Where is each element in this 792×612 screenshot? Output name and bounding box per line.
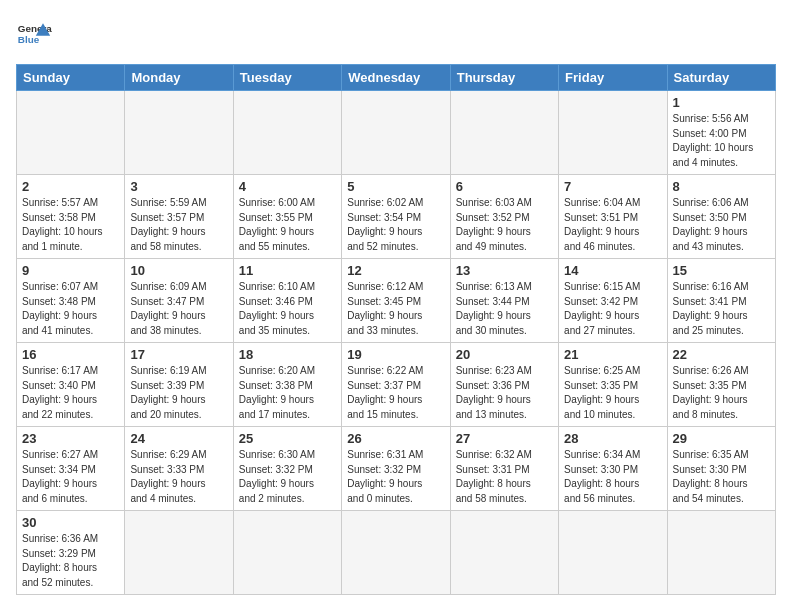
calendar-day-cell xyxy=(17,91,125,175)
calendar-day-cell: 22Sunrise: 6:26 AM Sunset: 3:35 PM Dayli… xyxy=(667,343,775,427)
calendar-day-cell: 6Sunrise: 6:03 AM Sunset: 3:52 PM Daylig… xyxy=(450,175,558,259)
day-number: 18 xyxy=(239,347,336,362)
day-number: 8 xyxy=(673,179,770,194)
day-of-week-header: Sunday xyxy=(17,65,125,91)
day-info: Sunrise: 6:12 AM Sunset: 3:45 PM Dayligh… xyxy=(347,280,444,338)
day-of-week-header: Friday xyxy=(559,65,667,91)
calendar-day-cell: 11Sunrise: 6:10 AM Sunset: 3:46 PM Dayli… xyxy=(233,259,341,343)
calendar-day-cell: 24Sunrise: 6:29 AM Sunset: 3:33 PM Dayli… xyxy=(125,427,233,511)
day-info: Sunrise: 6:19 AM Sunset: 3:39 PM Dayligh… xyxy=(130,364,227,422)
day-info: Sunrise: 6:07 AM Sunset: 3:48 PM Dayligh… xyxy=(22,280,119,338)
calendar-day-cell: 5Sunrise: 6:02 AM Sunset: 3:54 PM Daylig… xyxy=(342,175,450,259)
day-info: Sunrise: 5:59 AM Sunset: 3:57 PM Dayligh… xyxy=(130,196,227,254)
day-number: 13 xyxy=(456,263,553,278)
day-number: 1 xyxy=(673,95,770,110)
calendar-day-cell xyxy=(667,511,775,595)
day-number: 28 xyxy=(564,431,661,446)
calendar-day-cell xyxy=(450,511,558,595)
day-of-week-header: Saturday xyxy=(667,65,775,91)
day-number: 7 xyxy=(564,179,661,194)
day-info: Sunrise: 6:04 AM Sunset: 3:51 PM Dayligh… xyxy=(564,196,661,254)
day-number: 5 xyxy=(347,179,444,194)
day-number: 15 xyxy=(673,263,770,278)
calendar-week-row: 1Sunrise: 5:56 AM Sunset: 4:00 PM Daylig… xyxy=(17,91,776,175)
day-info: Sunrise: 6:30 AM Sunset: 3:32 PM Dayligh… xyxy=(239,448,336,506)
day-number: 20 xyxy=(456,347,553,362)
day-info: Sunrise: 6:16 AM Sunset: 3:41 PM Dayligh… xyxy=(673,280,770,338)
calendar-day-cell: 18Sunrise: 6:20 AM Sunset: 3:38 PM Dayli… xyxy=(233,343,341,427)
day-number: 30 xyxy=(22,515,119,530)
calendar-day-cell xyxy=(125,511,233,595)
logo-icon: General Blue xyxy=(16,16,52,52)
day-number: 21 xyxy=(564,347,661,362)
day-info: Sunrise: 6:26 AM Sunset: 3:35 PM Dayligh… xyxy=(673,364,770,422)
day-info: Sunrise: 6:32 AM Sunset: 3:31 PM Dayligh… xyxy=(456,448,553,506)
calendar-week-row: 9Sunrise: 6:07 AM Sunset: 3:48 PM Daylig… xyxy=(17,259,776,343)
day-number: 23 xyxy=(22,431,119,446)
day-info: Sunrise: 6:31 AM Sunset: 3:32 PM Dayligh… xyxy=(347,448,444,506)
calendar-day-cell: 13Sunrise: 6:13 AM Sunset: 3:44 PM Dayli… xyxy=(450,259,558,343)
calendar-day-cell: 2Sunrise: 5:57 AM Sunset: 3:58 PM Daylig… xyxy=(17,175,125,259)
day-of-week-header: Wednesday xyxy=(342,65,450,91)
calendar-day-cell: 15Sunrise: 6:16 AM Sunset: 3:41 PM Dayli… xyxy=(667,259,775,343)
calendar-week-row: 23Sunrise: 6:27 AM Sunset: 3:34 PM Dayli… xyxy=(17,427,776,511)
page-header: General Blue xyxy=(16,16,776,52)
day-info: Sunrise: 6:00 AM Sunset: 3:55 PM Dayligh… xyxy=(239,196,336,254)
calendar-day-cell: 1Sunrise: 5:56 AM Sunset: 4:00 PM Daylig… xyxy=(667,91,775,175)
day-number: 6 xyxy=(456,179,553,194)
calendar-day-cell: 27Sunrise: 6:32 AM Sunset: 3:31 PM Dayli… xyxy=(450,427,558,511)
day-info: Sunrise: 6:27 AM Sunset: 3:34 PM Dayligh… xyxy=(22,448,119,506)
logo: General Blue xyxy=(16,16,58,52)
calendar-day-cell xyxy=(233,91,341,175)
day-number: 17 xyxy=(130,347,227,362)
day-number: 11 xyxy=(239,263,336,278)
calendar-week-row: 2Sunrise: 5:57 AM Sunset: 3:58 PM Daylig… xyxy=(17,175,776,259)
day-number: 16 xyxy=(22,347,119,362)
calendar-day-cell xyxy=(342,91,450,175)
day-number: 12 xyxy=(347,263,444,278)
day-info: Sunrise: 6:10 AM Sunset: 3:46 PM Dayligh… xyxy=(239,280,336,338)
calendar-week-row: 30Sunrise: 6:36 AM Sunset: 3:29 PM Dayli… xyxy=(17,511,776,595)
calendar-day-cell xyxy=(233,511,341,595)
calendar-day-cell: 20Sunrise: 6:23 AM Sunset: 3:36 PM Dayli… xyxy=(450,343,558,427)
day-info: Sunrise: 6:13 AM Sunset: 3:44 PM Dayligh… xyxy=(456,280,553,338)
day-number: 19 xyxy=(347,347,444,362)
day-info: Sunrise: 5:57 AM Sunset: 3:58 PM Dayligh… xyxy=(22,196,119,254)
day-info: Sunrise: 6:02 AM Sunset: 3:54 PM Dayligh… xyxy=(347,196,444,254)
day-number: 3 xyxy=(130,179,227,194)
day-info: Sunrise: 6:36 AM Sunset: 3:29 PM Dayligh… xyxy=(22,532,119,590)
day-info: Sunrise: 6:20 AM Sunset: 3:38 PM Dayligh… xyxy=(239,364,336,422)
day-info: Sunrise: 6:25 AM Sunset: 3:35 PM Dayligh… xyxy=(564,364,661,422)
day-info: Sunrise: 6:34 AM Sunset: 3:30 PM Dayligh… xyxy=(564,448,661,506)
calendar-day-cell: 8Sunrise: 6:06 AM Sunset: 3:50 PM Daylig… xyxy=(667,175,775,259)
day-info: Sunrise: 6:03 AM Sunset: 3:52 PM Dayligh… xyxy=(456,196,553,254)
calendar-day-cell: 21Sunrise: 6:25 AM Sunset: 3:35 PM Dayli… xyxy=(559,343,667,427)
day-info: Sunrise: 6:35 AM Sunset: 3:30 PM Dayligh… xyxy=(673,448,770,506)
day-number: 9 xyxy=(22,263,119,278)
day-number: 4 xyxy=(239,179,336,194)
calendar-day-cell xyxy=(342,511,450,595)
calendar-day-cell: 16Sunrise: 6:17 AM Sunset: 3:40 PM Dayli… xyxy=(17,343,125,427)
day-of-week-header: Thursday xyxy=(450,65,558,91)
day-number: 10 xyxy=(130,263,227,278)
day-info: Sunrise: 6:17 AM Sunset: 3:40 PM Dayligh… xyxy=(22,364,119,422)
day-of-week-header: Monday xyxy=(125,65,233,91)
day-info: Sunrise: 6:09 AM Sunset: 3:47 PM Dayligh… xyxy=(130,280,227,338)
day-info: Sunrise: 5:56 AM Sunset: 4:00 PM Dayligh… xyxy=(673,112,770,170)
calendar-day-cell: 14Sunrise: 6:15 AM Sunset: 3:42 PM Dayli… xyxy=(559,259,667,343)
calendar-day-cell xyxy=(559,511,667,595)
calendar-day-cell: 25Sunrise: 6:30 AM Sunset: 3:32 PM Dayli… xyxy=(233,427,341,511)
calendar-day-cell: 23Sunrise: 6:27 AM Sunset: 3:34 PM Dayli… xyxy=(17,427,125,511)
calendar-day-cell: 10Sunrise: 6:09 AM Sunset: 3:47 PM Dayli… xyxy=(125,259,233,343)
calendar-week-row: 16Sunrise: 6:17 AM Sunset: 3:40 PM Dayli… xyxy=(17,343,776,427)
calendar-day-cell: 26Sunrise: 6:31 AM Sunset: 3:32 PM Dayli… xyxy=(342,427,450,511)
calendar-header-row: SundayMondayTuesdayWednesdayThursdayFrid… xyxy=(17,65,776,91)
calendar: SundayMondayTuesdayWednesdayThursdayFrid… xyxy=(16,64,776,595)
calendar-day-cell xyxy=(450,91,558,175)
calendar-day-cell: 9Sunrise: 6:07 AM Sunset: 3:48 PM Daylig… xyxy=(17,259,125,343)
calendar-day-cell: 29Sunrise: 6:35 AM Sunset: 3:30 PM Dayli… xyxy=(667,427,775,511)
calendar-day-cell: 28Sunrise: 6:34 AM Sunset: 3:30 PM Dayli… xyxy=(559,427,667,511)
calendar-day-cell xyxy=(559,91,667,175)
calendar-day-cell xyxy=(125,91,233,175)
day-info: Sunrise: 6:15 AM Sunset: 3:42 PM Dayligh… xyxy=(564,280,661,338)
